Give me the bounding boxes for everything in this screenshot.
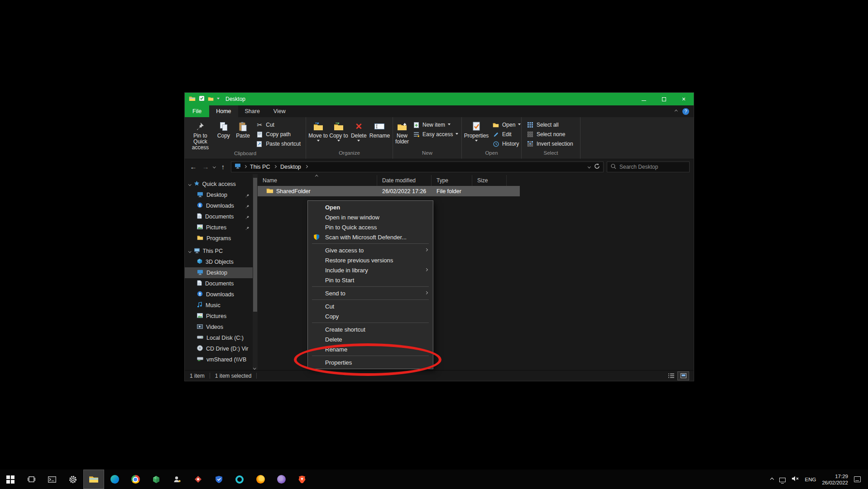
context-item-pin-to-quick-access[interactable]: Pin to Quick access [308,222,433,232]
pin-to-quick-access-button[interactable]: Pin to Quick access [187,119,214,151]
paste-shortcut-button[interactable]: Paste shortcut [253,139,303,148]
cube-app-icon[interactable] [146,470,167,489]
move-to-button[interactable]: Move to [308,119,328,150]
invert-selection-button[interactable]: Invert selection [524,139,576,148]
clock[interactable]: 17:29 26/02/2022 [822,473,848,486]
column-header-size[interactable]: Size [472,175,507,186]
collapse-ribbon-icon[interactable] [675,110,677,113]
expand-icon[interactable] [188,183,191,185]
edit-button[interactable]: Edit [489,130,523,139]
remote-user-app-icon[interactable] [167,470,187,489]
tab-home[interactable]: Home [209,105,238,117]
cut-button[interactable]: ✂ Cut [253,120,303,129]
nav-item-music[interactable]: Music [185,300,253,311]
action-center-icon[interactable] [854,476,861,482]
nav-item-documents-qa[interactable]: Documents [185,211,253,222]
ring-app-icon[interactable] [229,470,250,489]
expand-icon[interactable] [188,250,191,252]
nav-item-documents[interactable]: Documents [185,278,253,289]
edge-icon[interactable] [104,470,125,489]
context-item-restore-previous-versions[interactable]: Restore previous versions [308,255,433,265]
file-row-sharedfolder[interactable]: SharedFolder 26/02/2022 17:26 File folde… [258,186,520,196]
easy-access-button[interactable]: Easy access [410,130,461,139]
search-input[interactable] [619,164,678,170]
tab-view[interactable]: View [267,105,293,117]
minimize-button[interactable] [634,93,654,105]
start-button[interactable] [0,470,21,489]
nav-item-cd-drive-d[interactable]: CD Drive (D:) Vir [185,343,253,354]
context-item-create-shortcut[interactable]: Create shortcut [308,324,433,334]
nav-quick-access[interactable]: Quick access [185,179,253,190]
breadcrumb-desktop[interactable]: Desktop [279,164,302,170]
nav-item-desktop[interactable]: Desktop [185,267,253,278]
context-item-include-in-library[interactable]: Include in library [308,265,433,275]
context-item-pin-to-start[interactable]: Pin to Start [308,275,433,285]
firefox-icon[interactable] [250,470,271,489]
network-icon[interactable] [779,478,786,482]
context-item-delete[interactable]: Delete [308,334,433,344]
refresh-icon[interactable] [594,163,600,171]
open-button[interactable]: Open [489,120,523,129]
back-button[interactable]: ← [189,163,198,171]
address-field[interactable]: This PC Desktop [231,161,604,172]
rename-button[interactable]: Rename [369,119,390,150]
context-item-give-access-to[interactable]: Give access to [308,245,433,255]
help-icon[interactable]: ? [682,108,689,115]
breadcrumb-this-pc[interactable]: This PC [249,164,271,170]
up-button[interactable]: ↑ [219,163,228,171]
settings-icon[interactable] [62,470,83,489]
column-header-date-modified[interactable]: Date modified [377,175,432,186]
chrome-icon[interactable] [125,470,146,489]
copy-to-button[interactable]: Copy to [329,119,348,150]
tab-share[interactable]: Share [238,105,267,117]
volume-muted-icon[interactable] [791,475,799,484]
maximize-button[interactable] [654,93,674,105]
scrollbar-down-icon[interactable] [253,366,256,369]
shield-app-icon[interactable] [208,470,229,489]
nav-item-local-disk-c[interactable]: Local Disk (C:) [185,332,253,343]
copy-button[interactable]: Copy [215,119,233,151]
new-item-button[interactable]: New item [410,120,461,129]
select-none-button[interactable]: Select none [524,130,576,139]
nav-this-pc[interactable]: This PC [185,246,253,256]
red-app-icon[interactable] [187,470,208,489]
nav-item-3d-objects[interactable]: 3D Objects [185,256,253,267]
task-view-button[interactable] [21,470,42,489]
close-button[interactable]: × [674,93,694,105]
copy-path-button[interactable]: Copy path [253,130,303,139]
large-icons-view-button[interactable] [678,372,689,380]
context-item-copy[interactable]: Copy [308,311,433,321]
scrollbar-thumb[interactable] [253,178,257,312]
qat-folder-icon[interactable] [208,95,214,103]
nav-item-downloads[interactable]: Downloads [185,289,253,300]
column-header-type[interactable]: Type [432,175,472,186]
paste-button[interactable]: Paste [234,119,253,151]
qat-confirm-icon[interactable] [199,95,205,103]
qat-customize-dropdown-icon[interactable] [217,98,220,101]
nav-item-desktop-qa[interactable]: Desktop [185,190,253,200]
history-button[interactable]: History [489,139,523,148]
nav-item-videos[interactable]: Videos [185,322,253,332]
context-item-send-to[interactable]: Send to [308,288,433,298]
nav-item-pictures-qa[interactable]: Pictures [185,222,253,233]
properties-button[interactable]: Properties [464,119,489,150]
address-dropdown-icon[interactable] [588,165,590,168]
language-indicator[interactable]: ENG [805,477,816,482]
new-folder-button[interactable]: New folder [395,119,409,150]
delete-button[interactable]: ✕ Delete [350,119,368,150]
terminal-icon[interactable] [42,470,62,489]
brave-icon[interactable] [292,470,312,489]
forward-button[interactable]: → [201,163,210,171]
context-item-cut[interactable]: Cut [308,301,433,311]
scrollbar[interactable] [253,174,258,370]
context-item-scan-with-defender[interactable]: Scan with Microsoft Defender... [308,232,433,242]
search-box[interactable] [607,161,690,172]
recent-locations-icon[interactable] [213,165,216,168]
purple-app-icon[interactable] [271,470,292,489]
details-view-button[interactable] [666,372,676,380]
nav-item-pictures[interactable]: Pictures [185,311,253,322]
context-item-open[interactable]: Open [308,202,433,212]
nav-item-vmshared[interactable]: vmShared (\\VB [185,354,253,365]
file-menu-button[interactable]: File [185,105,209,117]
hidden-icons-chevron-icon[interactable] [770,477,773,481]
